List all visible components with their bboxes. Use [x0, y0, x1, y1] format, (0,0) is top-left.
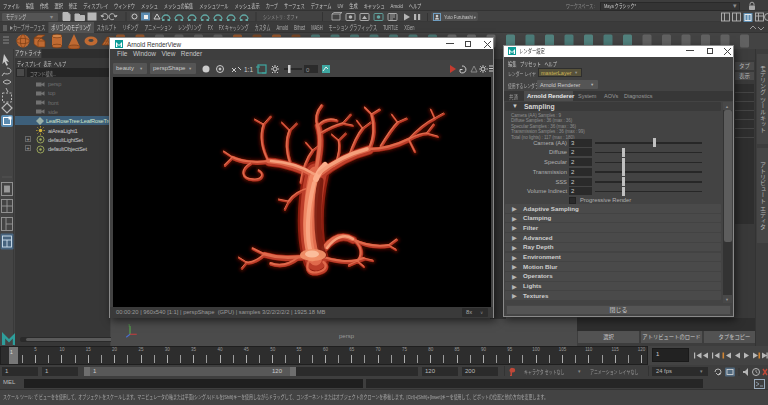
svg-text:1:1: 1:1: [244, 66, 253, 73]
